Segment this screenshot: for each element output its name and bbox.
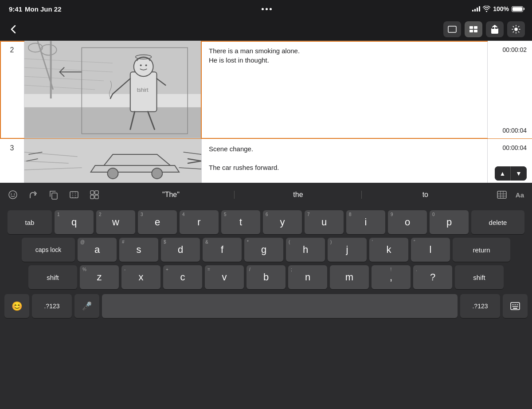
o-key[interactable]: 9o	[388, 210, 427, 234]
svg-rect-2	[474, 26, 477, 29]
numbers-right-key[interactable]: .?123	[460, 294, 500, 318]
svg-point-20	[134, 57, 153, 76]
svg-rect-37	[95, 191, 98, 194]
f-key[interactable]: &f	[203, 238, 242, 262]
svg-point-22	[140, 64, 142, 66]
up-down-buttons[interactable]: ▲ ▼	[495, 166, 527, 181]
svg-rect-3	[469, 30, 473, 32]
nav-bar	[0, 18, 532, 41]
space-key[interactable]	[102, 294, 458, 318]
emoji-key[interactable]: 😊	[4, 294, 29, 318]
w-key[interactable]: 2w	[96, 210, 135, 234]
delete-key[interactable]: delete	[471, 210, 524, 234]
h-key[interactable]: (h	[286, 238, 325, 262]
share-button[interactable]	[486, 21, 504, 37]
copy-icon[interactable]	[46, 187, 61, 202]
right-shift-key[interactable]: shift	[455, 265, 504, 289]
q-key[interactable]: 1q	[55, 210, 94, 234]
x-key[interactable]: -x	[121, 265, 160, 289]
row-number-3: 3	[0, 139, 24, 183]
row-num-label-2: 2	[10, 46, 14, 54]
s-key[interactable]: #s	[119, 238, 158, 262]
text-cell-2[interactable]: There is a man smoking alone. He is lost…	[202, 41, 488, 138]
svg-rect-0	[448, 26, 456, 32]
y-key[interactable]: 6y	[263, 210, 302, 234]
emoji-replace-icon[interactable]	[5, 187, 20, 202]
a-key[interactable]: @a	[78, 238, 117, 262]
svg-point-30	[152, 168, 162, 179]
frame-cell-3[interactable]	[24, 139, 202, 183]
sketch-man-smoking: tshirt	[24, 41, 201, 138]
svg-rect-35	[70, 192, 78, 198]
svg-rect-1	[469, 26, 473, 29]
text-cell-3[interactable]: Scene change. The car rushes forward.	[202, 139, 488, 183]
back-button[interactable]	[7, 23, 20, 35]
time-top-2: 00:00:02	[503, 46, 527, 53]
p-key[interactable]: 0p	[430, 210, 469, 234]
svg-point-33	[14, 193, 15, 194]
autocomplete-to[interactable]: to	[362, 188, 489, 201]
tab-key[interactable]: tab	[8, 210, 52, 234]
layout-icon[interactable]	[87, 187, 102, 202]
frame-cell-2[interactable]: tshirt	[24, 41, 202, 138]
single-view-button[interactable]	[443, 21, 461, 37]
l-key[interactable]: "l	[411, 238, 450, 262]
autocomplete-the-quoted[interactable]: "The"	[107, 188, 235, 201]
d-key[interactable]: $d	[161, 238, 200, 262]
t-key[interactable]: 5t	[221, 210, 260, 234]
n-key[interactable]: ;n	[288, 265, 327, 289]
v-key[interactable]: =v	[205, 265, 244, 289]
autocomplete-word-2: to	[422, 191, 428, 198]
keyboard-area: "The" the to Aa	[0, 183, 532, 409]
svg-point-29	[108, 168, 118, 179]
nav-left	[7, 23, 20, 35]
numbers-left-key[interactable]: .?123	[32, 294, 72, 318]
exclamation-key[interactable]: !,	[372, 265, 411, 289]
j-key[interactable]: )j	[328, 238, 367, 262]
left-shift-key[interactable]: shift	[28, 265, 77, 289]
svg-text:tshirt: tshirt	[137, 87, 149, 93]
storyboard-area: 2	[0, 41, 532, 183]
time-bottom-2: 00:00:04	[503, 127, 527, 134]
question-key[interactable]: .?	[413, 265, 452, 289]
dot-3	[270, 8, 272, 10]
grid-view-button[interactable]	[465, 21, 482, 37]
frame-icon[interactable]	[66, 187, 82, 202]
autocomplete-the[interactable]: the	[235, 188, 362, 201]
redo-icon[interactable]	[26, 187, 41, 202]
e-key[interactable]: 3e	[138, 210, 177, 234]
storyboard-row-3: 3	[0, 139, 532, 183]
grid-keyboard-icon[interactable]	[494, 188, 509, 201]
g-key[interactable]: *g	[244, 238, 283, 262]
toolbar-right: Aa	[494, 188, 527, 201]
return-key[interactable]: return	[453, 238, 510, 262]
k-key[interactable]: 'k	[369, 238, 408, 262]
settings-button[interactable]	[507, 21, 525, 37]
z-key[interactable]: %z	[80, 265, 119, 289]
status-bar: 9:41 Mon Jun 22 100%	[0, 0, 532, 18]
storyboard-row-2: 2	[0, 41, 532, 139]
time-cell-3: 00:00:04 ▲ ▼	[488, 139, 532, 183]
svg-rect-40	[497, 191, 506, 198]
font-icon[interactable]: Aa	[513, 189, 527, 201]
status-left: 9:41 Mon Jun 22	[9, 5, 62, 13]
battery-percent: 100%	[493, 5, 509, 12]
keyboard-row-3: shift %z -x +c =v /b ;n m !, .? shift	[2, 265, 530, 289]
up-button[interactable]: ▲	[495, 166, 511, 181]
caps-lock-key[interactable]: caps lock	[22, 238, 75, 262]
status-date: Mon Jun 22	[25, 5, 62, 13]
microphone-key[interactable]: 🎤	[74, 294, 99, 318]
b-key[interactable]: /b	[246, 265, 286, 289]
m-key[interactable]: m	[330, 265, 369, 289]
keyboard-icon-key[interactable]	[503, 294, 528, 318]
r-key[interactable]: 4r	[180, 210, 219, 234]
row-num-label-3: 3	[10, 144, 14, 152]
c-key[interactable]: +c	[163, 265, 202, 289]
svg-point-5	[515, 28, 517, 31]
time-cell-2: 00:00:02 00:00:04	[488, 41, 532, 138]
autocomplete-bar: "The" the to	[107, 186, 489, 204]
i-key[interactable]: 8i	[346, 210, 385, 234]
u-key[interactable]: 7u	[305, 210, 344, 234]
text-content-2: There is a man smoking alone. He is lost…	[209, 46, 480, 65]
down-button[interactable]: ▼	[511, 166, 527, 181]
